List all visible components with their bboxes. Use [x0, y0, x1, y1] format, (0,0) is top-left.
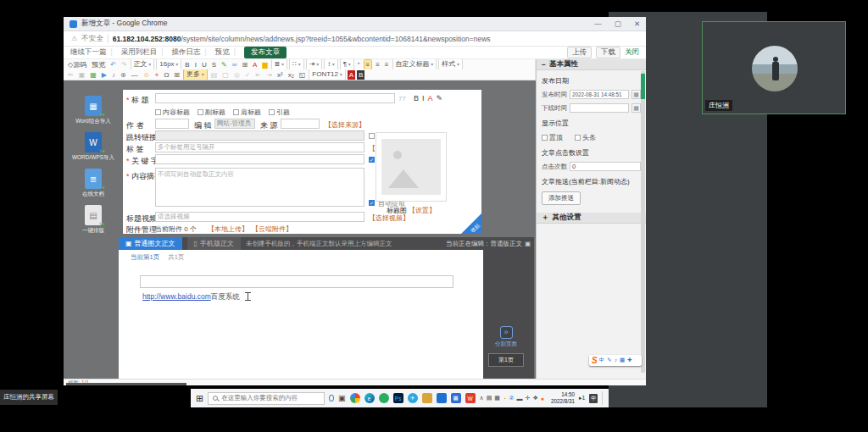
clicks-input[interactable]: 0 — [570, 162, 641, 171]
paragraph-format-select[interactable]: 正文 — [131, 59, 155, 69]
paragraph-space-icon[interactable]: ¶ — [340, 59, 354, 69]
offline-time-input[interactable] — [570, 103, 629, 113]
underline-icon[interactable]: U — [200, 60, 209, 69]
local-upload-link[interactable]: 【本地上传】 — [208, 224, 248, 234]
split-page-icon[interactable]: » — [500, 326, 513, 339]
task-view-icon[interactable]: ▣ — [338, 394, 346, 402]
action-link[interactable]: 采用到栏目 — [121, 47, 168, 58]
copy-icon[interactable]: ▣ — [77, 70, 87, 80]
highlight-color-icon[interactable]: ▆ — [260, 60, 269, 69]
select-source-link[interactable]: 【选择来源】 — [325, 120, 365, 130]
online-doc-tool[interactable]: ≣ 在线文档 — [69, 169, 118, 198]
page-1-badge[interactable]: 第1页 — [488, 353, 524, 367]
line-height-icon[interactable]: ↕ — [324, 59, 338, 69]
title-image-settings-link[interactable]: 【设置】 — [409, 207, 436, 214]
show-desktop-button[interactable] — [602, 391, 604, 405]
red-tool-icon[interactable]: A — [348, 70, 355, 80]
audio-icon[interactable]: ♪ — [110, 70, 117, 80]
pictures-app-icon[interactable]: ▦ — [451, 393, 461, 403]
tray-device-icon[interactable]: ❖ — [532, 395, 537, 402]
tray-network-icon[interactable]: ▤ — [487, 395, 492, 402]
publish-time-input[interactable]: 2022-08-31 14:48:51 — [570, 90, 629, 99]
select-all-icon[interactable]: ▢ — [220, 70, 231, 80]
author-input[interactable] — [155, 119, 189, 129]
source-input[interactable] — [281, 119, 320, 129]
wps-icon[interactable]: W — [465, 393, 476, 403]
photoshop-icon[interactable]: Ps — [393, 393, 403, 403]
superscript-icon[interactable]: x² — [275, 70, 285, 80]
map-icon[interactable]: ⌖ — [153, 70, 161, 80]
action-link[interactable]: 继续下一篇 — [70, 47, 117, 58]
publish-article-button[interactable]: 发布文章 — [244, 47, 287, 58]
tray-display-icon[interactable]: ▦ — [494, 395, 500, 402]
empty-text-box[interactable] — [140, 275, 453, 288]
rich-text-canvas[interactable]: 当前第1页 共1页 http://www.baidu.com百度系统 — [119, 250, 483, 379]
indent-icon[interactable]: ⇥ — [306, 59, 322, 69]
lead-title-checkbox[interactable]: 引题 — [269, 108, 290, 117]
cortana-icon[interactable] — [329, 395, 334, 402]
keyword-input[interactable] — [155, 154, 364, 164]
scrollbar-thumb[interactable] — [641, 74, 645, 99]
shoulder-title-checkbox[interactable]: 肩标题 — [233, 108, 261, 117]
image-icon[interactable]: ▦ — [88, 70, 98, 80]
font-color-icon[interactable]: A — [251, 60, 259, 69]
current-page-label[interactable]: 当前第1页 — [131, 253, 159, 262]
ime-pen-icon[interactable]: ✎ — [607, 357, 611, 364]
jump-link-input[interactable] — [155, 130, 364, 141]
strikethrough-icon[interactable]: S — [210, 60, 218, 69]
ime-mic-icon[interactable]: ♪ — [615, 357, 617, 364]
spellcheck-icon[interactable]: ✓ — [243, 70, 253, 80]
keyword-auto-checkbox[interactable] — [369, 157, 375, 163]
attachment-icon[interactable]: ⊕ — [119, 70, 128, 80]
bold-icon[interactable]: B — [183, 60, 191, 69]
ime-language-badge[interactable]: 中 — [589, 394, 598, 403]
blockquote-icon[interactable]: ” — [356, 60, 362, 69]
undo-icon[interactable]: ↶ — [108, 60, 118, 69]
table-icon[interactable]: ⊞ — [240, 60, 249, 69]
calendar-icon[interactable]: ▦ — [632, 90, 641, 99]
telegram-icon[interactable]: ✈ — [408, 393, 418, 403]
fullscreen-icon[interactable]: ◱ — [298, 70, 308, 80]
indent-left-icon[interactable]: ⇤ — [254, 70, 264, 80]
editor-input[interactable]: 网站-管理员 — [214, 119, 255, 129]
ordered-list-icon[interactable]: ≣ — [271, 59, 287, 69]
custom-title-select[interactable]: 自定义标题 — [392, 59, 437, 69]
content-title-checkbox[interactable]: 内容标题 — [155, 108, 190, 117]
video-icon[interactable]: ▶ — [100, 70, 108, 80]
tab-normal-body[interactable]: ▣普通图文正文 — [119, 237, 182, 250]
more-select[interactable]: 更多 — [183, 69, 208, 80]
word-wps-import-tool[interactable]: W WORD/WPS导入 — [69, 132, 118, 162]
align-center-icon[interactable]: ≡ — [374, 60, 381, 69]
horizontal-scrollbar[interactable] — [66, 383, 186, 385]
find-replace-icon[interactable]: ◎ — [232, 70, 242, 80]
unordered-list-icon[interactable]: ∷ — [289, 59, 304, 69]
folder-icon[interactable] — [422, 393, 432, 403]
indent-right-icon[interactable]: ⇥ — [264, 70, 274, 80]
taskbar-clock[interactable]: 14:50 2022/8/31 — [551, 391, 575, 404]
close-page-button[interactable]: 关闭 — [625, 47, 639, 58]
title-color-icon[interactable]: A — [428, 94, 433, 102]
italic-icon[interactable]: I — [193, 60, 198, 69]
action-link[interactable]: 预览 — [215, 47, 240, 58]
ime-keyboard-icon[interactable]: ▦ — [620, 357, 625, 364]
preview-button[interactable]: 预览 — [90, 60, 107, 69]
panel-scrollbar[interactable] — [641, 71, 645, 373]
word-combine-import-tool[interactable]: ▦ Word组合导入 — [69, 96, 118, 125]
font-tool-select[interactable]: FONT12 — [309, 69, 345, 80]
tab-mobile-body[interactable]: ▯手机版正文 — [187, 237, 241, 250]
tray-plus-icon[interactable]: ✛ — [526, 395, 531, 402]
subscript-icon[interactable]: x₂ — [287, 70, 296, 80]
tag-input[interactable]: 多个标签用逗号隔开 — [155, 142, 364, 152]
title-video-input[interactable]: 请选择视频 — [155, 212, 364, 222]
participant-video-tile[interactable]: 庄恒洲 — [702, 21, 846, 114]
summary-auto-checkbox[interactable] — [369, 200, 375, 206]
insert-table-icon[interactable]: ⊞ — [172, 70, 181, 80]
tray-expand-icon[interactable]: ∧ — [480, 395, 484, 402]
align-right-icon[interactable]: ≡ — [383, 60, 391, 69]
dark-tool-icon[interactable]: B — [357, 70, 364, 80]
cut-icon[interactable]: ✂ — [66, 70, 75, 80]
source-code-button[interactable]: ◇源码 — [66, 60, 88, 69]
summary-textarea[interactable]: 不填写则自动提取正文内容 — [155, 168, 364, 207]
ime-input-indicator[interactable]: ▸1 — [579, 395, 585, 402]
title-italic-icon[interactable]: I — [422, 94, 425, 102]
